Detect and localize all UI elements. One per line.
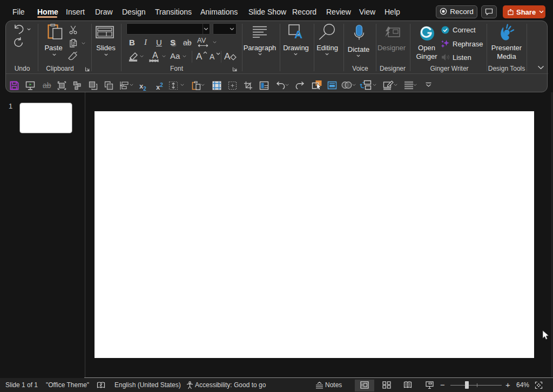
svg-text:A: A	[196, 51, 203, 61]
svg-text:A: A	[224, 51, 231, 62]
svg-text:A: A	[210, 52, 215, 61]
svg-text:AV: AV	[197, 37, 206, 44]
svg-text:A: A	[294, 28, 302, 39]
